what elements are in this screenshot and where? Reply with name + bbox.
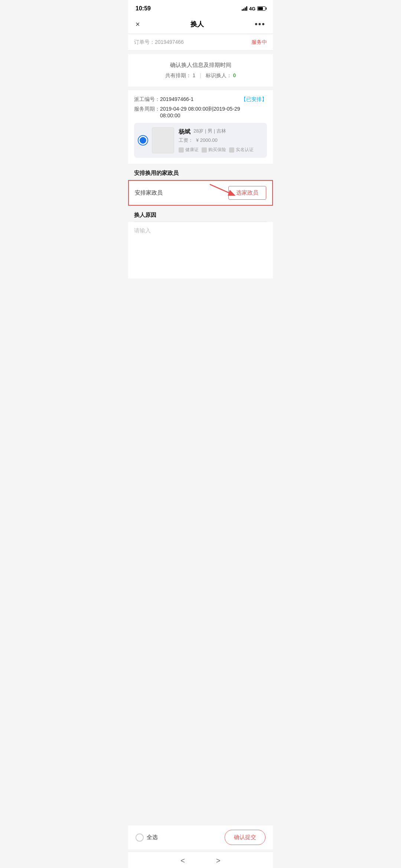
status-time: 10:59 xyxy=(136,5,151,12)
worker-info: 杨斌 28岁 | 男 | 吉林 工资： ¥ 2000.00 健康证 xyxy=(179,128,263,153)
dispatch-badge: 【已安排】 xyxy=(241,96,267,103)
order-status: 服务中 xyxy=(251,39,267,46)
tag-verified: 实名认证 xyxy=(229,147,254,153)
reason-textarea[interactable] xyxy=(134,227,267,272)
close-button[interactable]: × xyxy=(136,20,140,29)
arrange-row: 安排家政员 选家政员 xyxy=(128,180,273,206)
order-bar: 订单号：2019497466 服务中 xyxy=(128,35,273,50)
header: × 换人 ••• xyxy=(128,15,273,34)
worker-radio[interactable] xyxy=(138,136,147,145)
dispatch-number-row: 派工编号： 2019497466-1 【已安排】 xyxy=(134,96,267,103)
arrange-row-wrapper: 安排家政员 选家政员 xyxy=(128,180,273,206)
worker-salary: 工资： ¥ 2000.00 xyxy=(179,137,263,144)
tag-insurance: 购买保险 xyxy=(202,147,226,153)
dispatch-card: 派工编号： 2019497466-1 【已安排】 服务周期： 2019-04-2… xyxy=(128,90,273,164)
page-title: 换人 xyxy=(190,20,204,29)
more-button[interactable]: ••• xyxy=(255,19,265,29)
network-type: 4G xyxy=(249,6,255,12)
signal-icon xyxy=(242,6,247,11)
reason-header: 换人原因 xyxy=(128,206,273,222)
tag-health: 健康证 xyxy=(179,147,199,153)
reason-input-container xyxy=(128,222,273,278)
dispatch-period-row: 服务周期： 2019-04-29 08:00:00到2019-05-29 08:… xyxy=(134,106,267,118)
worker-name: 杨斌 xyxy=(179,128,190,136)
worker-tags: 健康证 购买保险 实名认证 xyxy=(179,147,263,153)
confirm-stats: 共有排期： 1 | 标识换人： 0 xyxy=(134,72,267,79)
worker-meta: 28岁 | 男 | 吉林 xyxy=(193,128,226,134)
status-bar: 10:59 4G xyxy=(128,0,273,15)
confirm-card: 确认换人信息及排期时间 共有排期： 1 | 标识换人： 0 xyxy=(128,54,273,87)
confirm-title: 确认换人信息及排期时间 xyxy=(134,62,267,69)
worker-avatar xyxy=(152,127,174,153)
select-housekeeper-button[interactable]: 选家政员 xyxy=(228,186,266,200)
arrange-label: 安排家政员 xyxy=(135,189,163,196)
worker-card: 杨斌 28岁 | 男 | 吉林 工资： ¥ 2000.00 健康证 xyxy=(134,123,267,158)
arrange-section-header: 安排换用的家政员 xyxy=(128,164,273,180)
status-icons: 4G xyxy=(242,6,265,12)
order-number: 订单号：2019497466 xyxy=(134,39,184,46)
battery-icon xyxy=(257,6,265,11)
